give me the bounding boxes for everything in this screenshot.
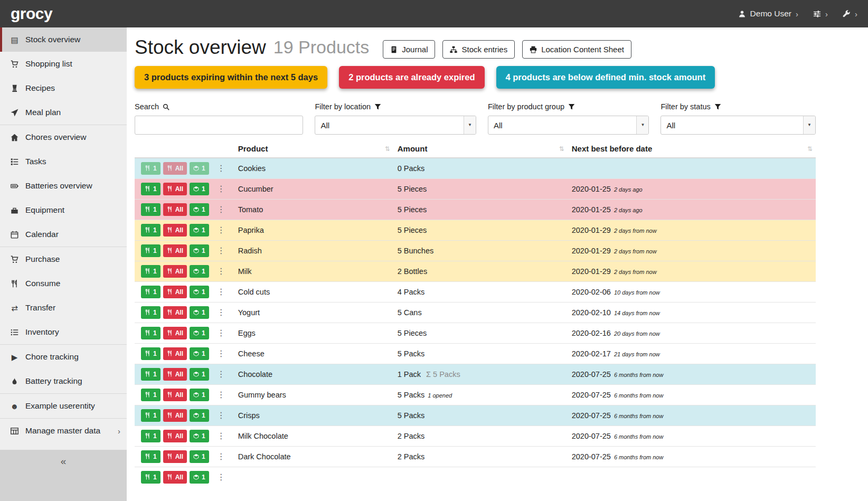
row-menu-button[interactable]: ⋮ bbox=[213, 204, 230, 215]
sidebar-item-purchase[interactable]: Purchase bbox=[0, 247, 127, 271]
sidebar-item-tasks[interactable]: Tasks bbox=[0, 149, 127, 174]
product-group-select[interactable]: All ▼ bbox=[488, 116, 649, 135]
consume-all-button[interactable]: All bbox=[163, 389, 187, 401]
consume-one-button[interactable]: 1 bbox=[141, 203, 161, 216]
consume-all-button[interactable]: All bbox=[163, 286, 187, 298]
consume-all-button[interactable]: All bbox=[163, 244, 187, 257]
sidebar-item-manage-master-data[interactable]: Manage master data› bbox=[0, 419, 127, 443]
below-min-stock-banner[interactable]: 4 products are below defined min. stock … bbox=[496, 66, 715, 89]
open-one-button[interactable]: 1 bbox=[190, 286, 209, 298]
row-menu-button[interactable]: ⋮ bbox=[213, 266, 230, 277]
row-menu-button[interactable]: ⋮ bbox=[213, 245, 230, 257]
consume-all-button[interactable]: All bbox=[163, 430, 187, 442]
consume-one-button[interactable]: 1 bbox=[141, 368, 161, 381]
column-header-date[interactable]: Next best before date ⇅ bbox=[568, 140, 816, 158]
consume-one-button[interactable]: 1 bbox=[141, 183, 161, 195]
consume-all-button[interactable]: All bbox=[163, 203, 187, 216]
row-menu-button[interactable]: ⋮ bbox=[213, 286, 230, 298]
sidebar-item-shopping-list[interactable]: Shopping list bbox=[0, 52, 127, 76]
status-select[interactable]: All ▼ bbox=[661, 116, 816, 135]
location-content-sheet-button[interactable]: Location Content Sheet bbox=[522, 40, 631, 59]
consume-all-button[interactable]: All bbox=[163, 183, 187, 195]
expiring-soon-banner[interactable]: 3 products expiring within the next 5 da… bbox=[135, 66, 327, 89]
consume-all-button[interactable]: All bbox=[163, 224, 187, 237]
consume-all-button[interactable]: All bbox=[163, 450, 187, 463]
open-one-button[interactable]: 1 bbox=[190, 409, 209, 422]
utensils-icon bbox=[145, 351, 150, 356]
consume-all-button[interactable]: All bbox=[163, 162, 187, 175]
column-header-amount[interactable]: Amount ⇅ bbox=[393, 140, 568, 158]
open-one-button[interactable]: 1 bbox=[190, 306, 209, 319]
open-one-button[interactable]: 1 bbox=[190, 162, 209, 175]
row-menu-button[interactable]: ⋮ bbox=[213, 183, 230, 195]
row-menu-button[interactable]: ⋮ bbox=[213, 368, 230, 380]
row-menu-button[interactable]: ⋮ bbox=[213, 430, 230, 442]
open-one-button[interactable]: 1 bbox=[190, 450, 209, 463]
sidebar-item-consume[interactable]: Consume bbox=[0, 271, 127, 296]
journal-button[interactable]: Journal bbox=[383, 40, 435, 59]
open-one-button[interactable]: 1 bbox=[190, 471, 209, 484]
open-one-button[interactable]: 1 bbox=[190, 203, 209, 216]
sidebar-item-inventory[interactable]: Inventory bbox=[0, 320, 127, 344]
consume-all-button[interactable]: All bbox=[163, 265, 187, 278]
row-menu-button[interactable]: ⋮ bbox=[213, 471, 230, 483]
consume-one-button[interactable]: 1 bbox=[141, 327, 161, 339]
location-select[interactable]: All ▼ bbox=[315, 116, 476, 135]
consume-one-button[interactable]: 1 bbox=[141, 409, 161, 422]
consume-one-button[interactable]: 1 bbox=[141, 306, 161, 319]
consume-one-button[interactable]: 1 bbox=[141, 286, 161, 298]
row-menu-button[interactable]: ⋮ bbox=[213, 327, 230, 339]
expired-banner[interactable]: 2 products are already expired bbox=[339, 66, 484, 89]
consume-one-button[interactable]: 1 bbox=[141, 471, 161, 484]
column-header-product[interactable]: Product ⇅ bbox=[234, 140, 393, 158]
sidebar-item-calendar[interactable]: Calendar bbox=[0, 222, 127, 247]
sidebar-item-stock-overview[interactable]: ▤Stock overview bbox=[0, 27, 127, 52]
consume-all-button[interactable]: All bbox=[163, 368, 187, 381]
open-one-button[interactable]: 1 bbox=[190, 368, 209, 381]
sidebar-item-batteries-overview[interactable]: Batteries overview bbox=[0, 174, 127, 198]
open-one-button[interactable]: 1 bbox=[190, 327, 209, 339]
search-input[interactable] bbox=[135, 116, 303, 135]
consume-all-button[interactable]: All bbox=[163, 327, 187, 339]
open-one-button[interactable]: 1 bbox=[190, 347, 209, 360]
open-one-button[interactable]: 1 bbox=[190, 183, 209, 195]
user-menu[interactable]: Demo User › bbox=[738, 9, 798, 18]
sidebar-item-example-userentity[interactable]: ☻Example userentity bbox=[0, 394, 127, 418]
row-menu-button[interactable]: ⋮ bbox=[213, 410, 230, 421]
stock-entries-button[interactable]: Stock entries bbox=[442, 40, 515, 59]
sidebar-item-battery-tracking[interactable]: Battery tracking bbox=[0, 369, 127, 393]
row-menu-button[interactable]: ⋮ bbox=[213, 451, 230, 462]
consume-one-button[interactable]: 1 bbox=[141, 450, 161, 463]
row-menu-button[interactable]: ⋮ bbox=[213, 224, 230, 236]
consume-all-button[interactable]: All bbox=[163, 347, 187, 360]
open-one-button[interactable]: 1 bbox=[190, 224, 209, 237]
sidebar-item-recipes[interactable]: Recipes bbox=[0, 76, 127, 100]
settings-menu[interactable]: › bbox=[813, 10, 828, 18]
sidebar-item-meal-plan[interactable]: Meal plan bbox=[0, 100, 127, 125]
row-menu-button[interactable]: ⋮ bbox=[213, 163, 230, 174]
collapse-sidebar-button[interactable]: « bbox=[61, 456, 67, 466]
consume-one-button[interactable]: 1 bbox=[141, 347, 161, 360]
sidebar-item-transfer[interactable]: ⇄Transfer bbox=[0, 296, 127, 320]
consume-one-button[interactable]: 1 bbox=[141, 265, 161, 278]
consume-all-button[interactable]: All bbox=[163, 409, 187, 422]
open-one-button[interactable]: 1 bbox=[190, 389, 209, 401]
consume-one-button[interactable]: 1 bbox=[141, 244, 161, 257]
sidebar-item-chores-overview[interactable]: Chores overview bbox=[0, 125, 127, 149]
row-menu-button[interactable]: ⋮ bbox=[213, 348, 230, 360]
consume-one-button[interactable]: 1 bbox=[141, 162, 161, 175]
row-menu-button[interactable]: ⋮ bbox=[213, 389, 230, 401]
row-menu-button[interactable]: ⋮ bbox=[213, 307, 230, 318]
open-one-button[interactable]: 1 bbox=[190, 244, 209, 257]
open-one-button[interactable]: 1 bbox=[190, 265, 209, 278]
open-one-button[interactable]: 1 bbox=[190, 430, 209, 442]
consume-all-button[interactable]: All bbox=[163, 471, 187, 484]
consume-all-button[interactable]: All bbox=[163, 306, 187, 319]
consume-one-button[interactable]: 1 bbox=[141, 389, 161, 401]
consume-one-button[interactable]: 1 bbox=[141, 430, 161, 442]
app-logo[interactable]: grocy bbox=[11, 5, 52, 23]
sidebar-item-chore-tracking[interactable]: ▶Chore tracking bbox=[0, 345, 127, 369]
admin-menu[interactable]: › bbox=[843, 10, 857, 18]
consume-one-button[interactable]: 1 bbox=[141, 224, 161, 237]
sidebar-item-equipment[interactable]: Equipment bbox=[0, 198, 127, 222]
